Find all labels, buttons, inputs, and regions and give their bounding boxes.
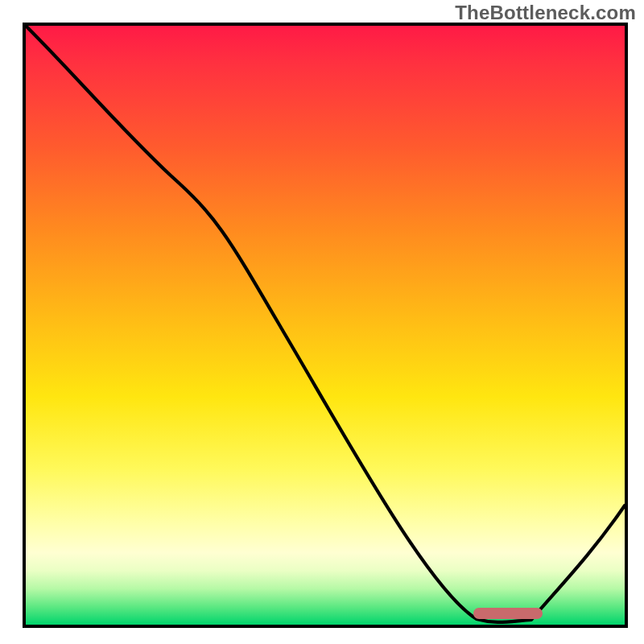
optimal-range-marker: [473, 608, 543, 619]
plot-area: [23, 23, 628, 628]
watermark-text: TheBottleneck.com: [455, 2, 636, 24]
curve-path: [26, 26, 625, 622]
bottleneck-curve: [26, 26, 625, 625]
chart-frame: TheBottleneck.com: [0, 0, 644, 644]
